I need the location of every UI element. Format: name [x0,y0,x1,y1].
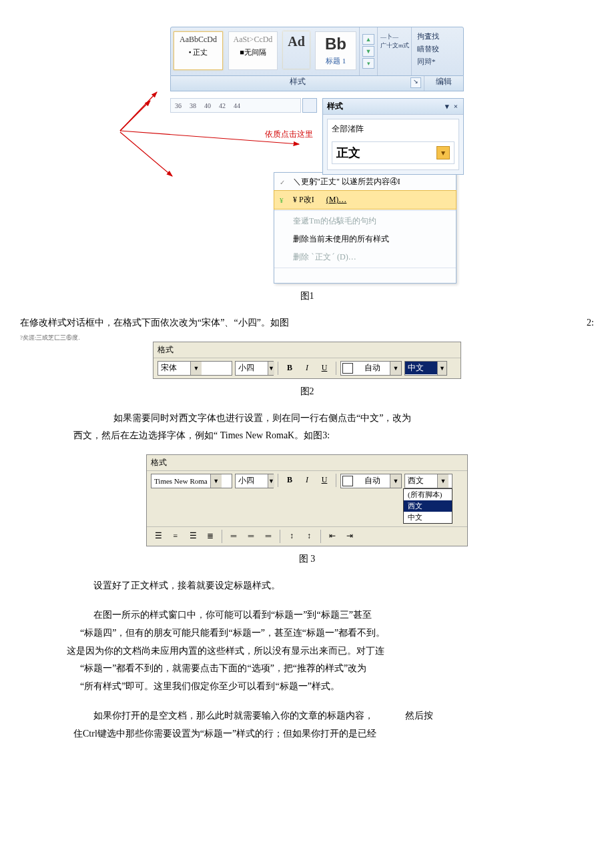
figure-1-caption: 图1 [20,290,594,302]
styles-task-pane: 样式 ▾ × 全部渚阵 正文 ▾ [322,98,464,175]
menu-select-all-instances: 奎遞Tm的佔駭毛的句约 [274,212,456,230]
menu-update-to-match[interactable]: ＼更躬"正丈" 以遂所芸内容④I [274,173,456,191]
editing-group: 拘査找 瞄替狡 同辩* [411,27,458,75]
style-entry-normal[interactable]: 正文 ▾ [332,141,454,164]
align-right-icon[interactable]: ☰ [186,530,200,543]
clear-all-formatting[interactable]: 全部渚阵 [332,123,454,135]
paragraph-4c: 这是因为你的文档尚未应用内置的这些样式，所以没有显示出来而已。对丁连 [20,642,594,661]
figure-3-caption: 图 3 [20,553,594,565]
ribbon-labels: 样式 ↘ 编辑 [170,76,464,91]
style-expand[interactable]: ▾ [362,58,374,69]
modify-icon [280,195,289,205]
find-button[interactable]: 拘査找 [417,31,456,41]
align-center-icon[interactable]: ≡ [168,530,183,543]
annotation-click-here: 依质点击这里 [170,129,317,140]
bold-button[interactable]: B [282,474,297,487]
menu-modify[interactable]: ¥ P改I (M)… [274,190,456,209]
menu-delete-unused[interactable]: 删除当前未使用的所有样式 [274,230,456,248]
chevron-down-icon[interactable]: ▼ [268,474,274,488]
style-tile-ad[interactable]: Ad [283,31,310,69]
style-name: 正文 [336,145,436,161]
style-sample: Bb [316,35,356,53]
font-combo[interactable]: 宋体 ▼ [158,361,232,376]
figure-2-caption: 图2 [20,386,594,398]
style-sample: Ad [283,34,310,49]
lang-combo[interactable]: 西文 ▼ [404,474,452,488]
figure-3-format-box: 格式 Times New Roma ▼ 小四 ▼ B I U 自动 ▼ 西文 [146,454,468,546]
edit-group-label: 编辑 [424,76,463,91]
bold-button[interactable]: B [282,362,297,375]
decrease-indent-icon[interactable]: ⇤ [325,530,340,543]
decrease-para-space-icon[interactable]: ↕ [302,530,316,543]
style-label: • 正丈 [174,47,222,57]
paragraph-1: 在修改样式对话框中，在格式下面依次改为“宋体”、“小四”。如图 2: [20,314,594,332]
paragraph-5a: 如果你打开的是空文档，那么此时就需要输入你的文章的标题内容， 然后按 [20,707,594,725]
underline-button[interactable]: U [317,474,332,487]
paragraph-4a: 在图一所示的样式窗口中，你可能可以看到“标题一”到“标题三”甚至 [20,606,594,624]
figure-1: AaBbCcDd • 正丈 AaSt>CcDd ■无间隔 Ad Bb 标题 1 … [170,27,464,284]
align-left-icon[interactable]: ☰ [151,530,166,543]
size-combo[interactable]: 小四 ▼ [235,474,274,488]
style-context-menu: ＼更躬"正丈" 以遂所芸内容④I ¥ P改I (M)… 奎遞Tm的佔駭毛的句约 … [274,172,456,284]
svg-line-0 [120,101,150,131]
ruler-toggle-button[interactable] [302,98,317,113]
style-label: 标题 1 [316,56,356,66]
styles-ribbon: AaBbCcDd • 正丈 AaSt>CcDd ■无间隔 Ad Bb 标题 1 … [170,27,464,76]
styles-group-label: 样式 [290,77,306,86]
style-scroll-down[interactable]: ▼ [362,46,374,57]
paragraph-2a: 如果需要同时对西文字体也进行设置，则在同一行右侧点击“中文”，改为 [20,410,594,428]
font-combo[interactable]: Times New Roma ▼ [151,474,232,488]
line-spacing-2-icon[interactable]: ═ [261,530,276,543]
style-dropdown-icon[interactable]: ▾ [436,146,450,159]
italic-button[interactable]: I [300,362,314,375]
styles-launcher-icon[interactable]: ↘ [410,77,421,88]
line-spacing-1-icon[interactable]: ═ [226,530,241,543]
lang-combo[interactable]: 中文 ▼ [404,361,447,376]
horizontal-ruler: 36 38 40 42 44 [170,98,301,113]
style-more-buttons: ▲ ▼ ▾ [359,27,377,75]
align-justify-icon[interactable]: ≣ [203,530,218,543]
chevron-down-icon[interactable]: ▼ [390,362,401,375]
paragraph-3: 设置好了正文样式，接着就要设定标题样式。 [20,577,594,595]
style-label: ■无间隔 [229,47,277,57]
chevron-down-icon[interactable]: ▼ [437,362,446,375]
line-spacing-15-icon[interactable]: ═ [244,530,258,543]
check-icon [280,177,289,187]
paragraph-4e: “所有样式”即可。这里我们假定你至少可以看到“标题一”样式。 [20,678,594,696]
menu-blank [274,270,456,283]
margin-note: ?矣涯:三或芝匚三⑥度. [20,334,80,342]
chevron-down-icon[interactable]: ▼ [437,474,448,488]
change-styles-button[interactable]: —卜— 广十文m式 [377,27,411,75]
replace-button[interactable]: 瞄替狡 [417,44,456,54]
style-tile-normal[interactable]: AaBbCcDd • 正丈 [174,31,223,70]
menu-delete-normal: 删除 ˋ正文ˊ (D)… [274,248,456,266]
style-tile-heading1[interactable]: Bb 标题 1 [315,31,356,70]
lang-option-western[interactable]: 西文 [404,500,452,512]
styles-pane-close[interactable]: ▾ × [445,102,459,111]
chevron-down-icon[interactable]: ▼ [390,474,401,488]
svg-line-1 [120,92,157,131]
color-combo[interactable]: 自动 ▼ [340,361,402,376]
italic-button[interactable]: I [300,474,314,487]
style-scroll-up[interactable]: ▲ [362,34,374,45]
increase-indent-icon[interactable]: ⇥ [342,530,357,543]
underline-button[interactable]: U [317,362,332,375]
select-button[interactable]: 同辩* [417,57,456,67]
chevron-down-icon[interactable]: ▼ [190,362,202,375]
style-tile-nospacing[interactable]: AaSt>CcDd ■无间隔 [228,31,278,70]
figure-2-format-box: 格式 宋体 ▼ 小四 ▼ B I U 自动 ▼ 中文 ▼ [153,342,461,379]
paragraph-5b: 住Ctrl键选中那些你需要设置为“标题一”样式的行；但如果你打开的是已经 [20,725,594,743]
paragraph-4d: “标题一”都看不到的，就需要点击下面的“选项”，把“推荐的样式”改为 [20,660,594,678]
paragraph-4b: “标题四”，但有的朋友可能只能看到“标题一”，甚至连“标题一”都看不到。 [20,624,594,642]
chevron-down-icon[interactable]: ▼ [210,474,222,488]
chevron-down-icon[interactable]: ▼ [268,362,274,375]
style-sample: AaSt>CcDd [229,35,277,45]
lang-option-all[interactable]: (所有脚本) [404,489,452,500]
svg-line-3 [120,132,172,176]
format-header: 格式 [154,342,460,358]
increase-para-space-icon[interactable]: ↕ [284,530,299,543]
format-header: 格式 [147,455,467,471]
size-combo[interactable]: 小四 ▼ [235,361,274,376]
lang-option-chinese[interactable]: 中文 [404,512,452,523]
color-combo[interactable]: 自动 ▼ [340,474,402,488]
